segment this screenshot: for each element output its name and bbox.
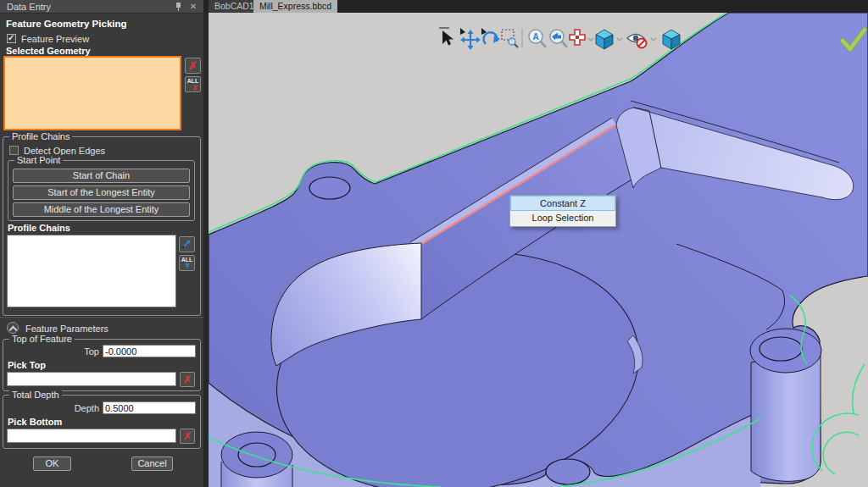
rotate-tool-icon[interactable]	[481, 28, 500, 44]
feature-preview-checkbox[interactable]	[7, 34, 16, 43]
tab-bobcad1[interactable]: BobCAD1	[209, 0, 260, 13]
clear-pick-top-button[interactable]: ✗	[180, 372, 195, 387]
depth-label: Depth	[51, 403, 99, 413]
panel-title: Data Entry	[7, 2, 51, 12]
context-menu: Constant Z Loop Selection	[509, 195, 616, 227]
bolt-hole-tab[interactable]	[309, 177, 350, 199]
clear-icon: ✗	[183, 374, 192, 385]
document-tabbar: BobCAD1 Mill_Express.bbcd	[203, 0, 868, 13]
down-arrow-icon	[183, 263, 192, 269]
profile-chains-list[interactable]	[7, 235, 176, 307]
bolt-hole-bottom-center[interactable]	[546, 459, 590, 484]
menu-item-constant-z[interactable]: Constant Z	[510, 196, 615, 211]
chevron-down-icon[interactable]	[588, 38, 593, 41]
isometric-view-icon[interactable]	[596, 30, 613, 49]
reverse-all-chains-button[interactable]: ALL	[179, 255, 195, 271]
pick-top-label: Pick Top	[8, 360, 46, 370]
center-origin-icon[interactable]	[570, 30, 585, 45]
chevron-down-icon[interactable]	[617, 38, 622, 41]
bolt-hole-bottom-left[interactable]	[238, 443, 275, 467]
pan-tool-icon[interactable]	[460, 28, 481, 50]
chevron-down-icon[interactable]	[651, 38, 656, 41]
select-tool-icon[interactable]	[439, 28, 453, 46]
clear-icon-small: ✗	[186, 85, 200, 91]
reverse-chain-button[interactable]	[179, 236, 195, 252]
close-icon[interactable]: ✕	[187, 2, 199, 12]
profile-chains-list-label: Profile Chains	[8, 223, 70, 233]
viewport-toolbar: A	[439, 28, 680, 50]
data-entry-panel: Data Entry ✕ Feature Geometry Picking Fe…	[0, 0, 203, 487]
reverse-arrows-icon	[180, 237, 194, 252]
top-value-input[interactable]	[103, 345, 196, 357]
start-of-longest-entity-button[interactable]: Start of the Longest Entity	[13, 185, 190, 200]
top-label: Top	[51, 346, 99, 357]
model-bottom-left-lug[interactable]	[221, 432, 292, 487]
panel-separator	[0, 316, 203, 318]
collapse-chevron-icon[interactable]	[7, 322, 19, 334]
pick-top-input[interactable]	[7, 372, 176, 386]
feature-preview-label: Feature Preview	[21, 34, 89, 44]
start-of-chain-button[interactable]: Start of Chain	[13, 169, 190, 183]
clear-all-selection-button[interactable]: ALL ✗	[185, 76, 201, 92]
tab-mill-express[interactable]: Mill_Express.bbcd	[253, 0, 337, 13]
page-title: Feature Geometry Picking	[6, 19, 127, 29]
selected-geometry-box[interactable]	[3, 56, 181, 130]
top-of-feature-title: Top of Feature	[9, 334, 75, 344]
clear-selection-button[interactable]: ✗	[185, 58, 201, 74]
cancel-button[interactable]: Cancel	[131, 457, 173, 471]
clear-icon: ✗	[188, 59, 198, 72]
cad-model-canvas[interactable]: A	[209, 13, 868, 487]
hide-entity-icon[interactable]	[627, 35, 647, 48]
pin-icon[interactable]	[173, 2, 185, 12]
zoom-all-letter: A	[532, 32, 538, 42]
clear-icon: ✗	[183, 430, 192, 442]
start-point-group-title: Start Point	[14, 155, 63, 165]
total-depth-title: Total Depth	[9, 390, 62, 400]
selected-geometry-label: Selected Geometry	[6, 46, 91, 56]
zoom-all-icon[interactable]: A	[529, 30, 546, 47]
profile-chains-group-title: Profile Chains	[9, 131, 72, 141]
clear-pick-bottom-button[interactable]: ✗	[180, 429, 195, 444]
menu-item-loop-selection[interactable]: Loop Selection	[510, 211, 615, 226]
feature-parameters-header[interactable]: Feature Parameters	[25, 324, 108, 334]
all-label: ALL	[180, 257, 194, 263]
panel-titlebar[interactable]: Data Entry ✕	[0, 0, 203, 14]
middle-of-longest-entity-button[interactable]: Middle of the Longest Entity	[13, 202, 190, 217]
ok-button[interactable]: OK	[33, 457, 71, 471]
model-right-lug[interactable]	[750, 329, 821, 481]
window-select-icon[interactable]	[502, 30, 518, 47]
depth-value-input[interactable]	[103, 401, 196, 414]
bolt-hole-right[interactable]	[760, 337, 802, 361]
pick-bottom-input[interactable]	[7, 429, 176, 443]
detect-open-edges-checkbox[interactable]	[9, 146, 19, 155]
application-window: Data Entry ✕ Feature Geometry Picking Fe…	[0, 0, 868, 487]
zoom-previous-icon[interactable]	[550, 30, 567, 47]
cad-viewport[interactable]: A	[209, 13, 868, 487]
pick-bottom-label: Pick Bottom	[8, 417, 62, 427]
